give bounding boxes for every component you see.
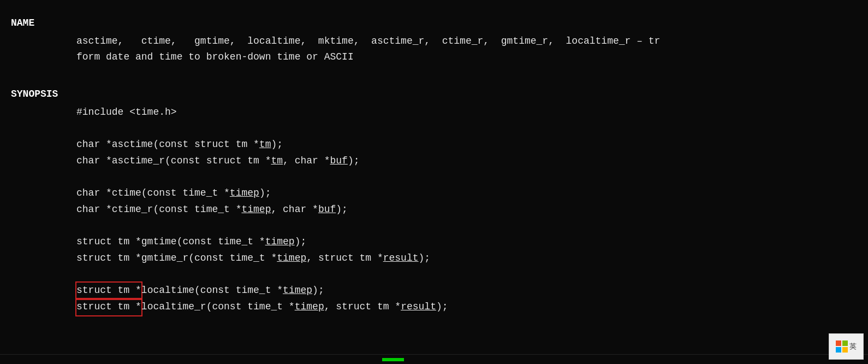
func-gmtime-r: struct tm *gmtime_r(const time_t *timep,…	[76, 250, 857, 267]
link-timep-1[interactable]: timep	[230, 187, 259, 198]
windows-logo	[836, 340, 848, 353]
link-timep-5[interactable]: timep	[283, 285, 312, 296]
link-timep-3[interactable]: timep	[265, 236, 295, 247]
scroll-indicator[interactable]	[382, 358, 404, 361]
synopsis-section-body: #include <time.h> char *asctime(const st…	[11, 104, 857, 315]
func-localtime-r: struct tm *localtime_r(const time_t *tim…	[76, 299, 857, 315]
link-timep-6[interactable]: timep	[295, 301, 324, 312]
name-section-body: asctime, ctime, gmtime, localtime, mktim…	[11, 33, 857, 66]
ime-label: 英	[849, 342, 857, 351]
func-asctime-r: char *asctime_r(const struct tm *tm, cha…	[76, 153, 857, 169]
link-timep-4[interactable]: timep	[277, 253, 306, 263]
func-gmtime: struct tm *gmtime(const time_t *timep);	[76, 234, 857, 250]
func-ctime-r: char *ctime_r(const time_t *timep, char …	[76, 202, 857, 218]
func-ctime: char *ctime(const time_t *timep);	[76, 185, 857, 202]
name-description-line2: form date and time to broken-down time o…	[76, 49, 857, 66]
func-asctime: char *asctime(const struct tm *tm);	[76, 137, 857, 153]
link-buf-2[interactable]: buf	[318, 204, 336, 215]
link-result-1[interactable]: result	[383, 253, 419, 263]
link-tm-1[interactable]: tm	[259, 139, 271, 150]
name-section-header: NAME	[11, 15, 857, 31]
link-timep-2[interactable]: timep	[241, 204, 271, 215]
link-result-2[interactable]: result	[401, 301, 436, 312]
bottom-bar	[0, 354, 868, 364]
name-description-line1: asctime, ctime, gmtime, localtime, mktim…	[76, 33, 857, 50]
synopsis-section-header: SYNOPSIS	[11, 86, 857, 102]
link-buf-1[interactable]: buf	[330, 155, 348, 166]
include-line: #include <time.h>	[76, 104, 857, 121]
highlight-localtime-r: struct tm *	[76, 299, 141, 315]
highlight-localtime: struct tm *	[76, 283, 141, 299]
func-localtime: struct tm *localtime(const time_t *timep…	[76, 283, 857, 299]
man-page-content: NAME asctime, ctime, gmtime, localtime, …	[0, 0, 868, 364]
link-tm-2[interactable]: tm	[271, 155, 283, 166]
taskbar-corner[interactable]: 英	[829, 333, 864, 360]
